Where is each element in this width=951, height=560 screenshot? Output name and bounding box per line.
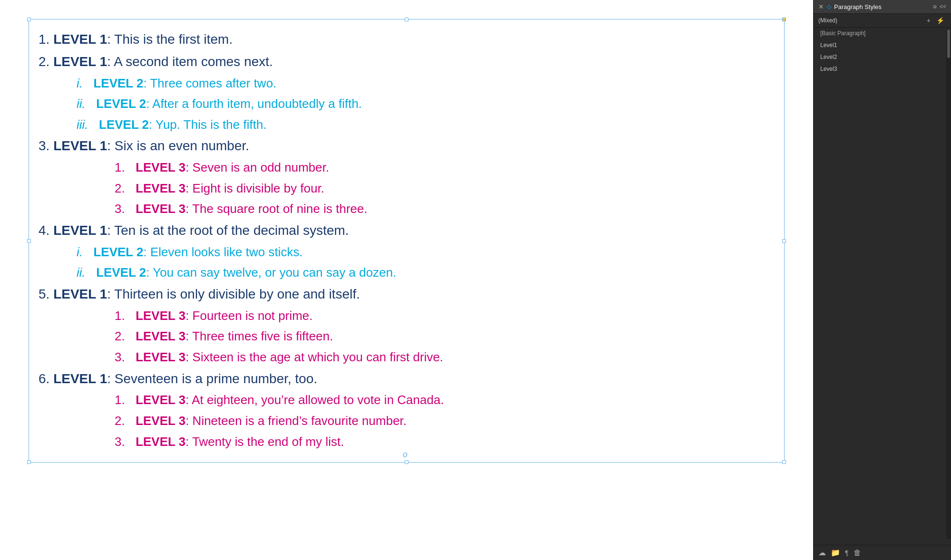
scrollbar-thumb[interactable] — [947, 29, 950, 58]
handle-bot-center[interactable] — [405, 460, 408, 464]
panel-title-left: ✕ ◇ Paragraph Styles — [818, 3, 882, 10]
list-item: 4. LEVEL 1: Ten is at the root of the de… — [39, 220, 770, 241]
handle-bot-left[interactable] — [27, 460, 31, 464]
item-label: LEVEL 2 — [96, 265, 146, 280]
item-text: : You can say twelve, or you can say a d… — [146, 265, 396, 280]
item-number: 4. — [39, 223, 53, 238]
item-label: LEVEL 2 — [93, 245, 143, 259]
item-text: : Seventeen is a prime number, too. — [107, 371, 317, 386]
paragraph-icon[interactable]: ¶ — [845, 549, 849, 557]
text-block: 1. LEVEL 1: This is the first item. 2. L… — [29, 19, 785, 463]
style-item-label: Level2 — [820, 54, 837, 60]
item-label: LEVEL 1 — [53, 32, 107, 47]
item-number: 6. — [39, 371, 53, 386]
list-item: 5. LEVEL 1: Thirteen is only divisible b… — [39, 284, 770, 305]
item-numeral: 1. — [115, 160, 132, 174]
item-label: LEVEL 3 — [136, 414, 185, 428]
list-content: 1. LEVEL 1: This is the first item. 2. L… — [39, 29, 770, 452]
handle-mid-left[interactable] — [27, 239, 31, 243]
delete-icon[interactable]: 🗑 — [854, 549, 861, 557]
list-item: 2. LEVEL 3: Nineteen is a friend’s favou… — [39, 411, 770, 431]
paragraph-styles-panel: ✕ ◇ Paragraph Styles ≡ << (Mixed) + ⚡ [B… — [813, 0, 951, 560]
item-text: : Fourteen is not prime. — [185, 309, 312, 323]
overflow-marker: o — [403, 450, 408, 460]
item-text: : Thirteen is only divisible by one and … — [107, 287, 360, 301]
item-numeral: 2. — [115, 414, 132, 428]
item-text: : Eleven looks like two sticks. — [143, 245, 302, 259]
list-item: ii. LEVEL 2: You can say twelve, or you … — [39, 263, 770, 283]
item-numeral: i. — [77, 76, 89, 90]
style-item-level3[interactable]: Level3 — [814, 63, 951, 75]
list-item: 1. LEVEL 3: Seven is an odd number. — [39, 158, 770, 178]
list-item: 1. LEVEL 3: Fourteen is not prime. — [39, 306, 770, 326]
item-text: : At eighteen, you’re allowed to vote in… — [185, 393, 444, 407]
list-item: 2. LEVEL 3: Three times five is fifteen. — [39, 327, 770, 347]
panel-collapse-icon[interactable]: ◇ — [827, 3, 831, 10]
item-label: LEVEL 3 — [136, 160, 185, 174]
item-label: LEVEL 3 — [136, 393, 185, 407]
item-text: : Three times five is fifteen. — [185, 329, 333, 343]
handle-top-right[interactable] — [782, 18, 786, 21]
list-item: 1. LEVEL 1: This is the first item. — [39, 29, 770, 50]
panel-menu-icon[interactable]: ≡ — [933, 3, 937, 10]
item-label: LEVEL 1 — [53, 54, 107, 69]
handle-top-left[interactable] — [27, 18, 31, 21]
list-item: 6. LEVEL 1: Seventeen is a prime number,… — [39, 368, 770, 390]
item-text: : Seven is an odd number. — [185, 160, 329, 174]
item-text: : Sixteen is the age at which you can fi… — [185, 350, 443, 364]
item-label: LEVEL 1 — [53, 371, 107, 386]
scrollbar[interactable] — [946, 29, 951, 539]
panel-title: Paragraph Styles — [834, 3, 882, 10]
list-item: 3. LEVEL 3: Sixteen is the age at which … — [39, 348, 770, 367]
lightning-button[interactable]: ⚡ — [934, 16, 946, 25]
item-numeral: 3. — [115, 434, 132, 449]
add-style-button[interactable]: + — [925, 16, 932, 25]
item-numeral: ii. — [77, 97, 92, 111]
item-text: : A second item comes next. — [107, 54, 273, 69]
item-numeral: ii. — [77, 265, 92, 280]
list-item: 3. LEVEL 3: The square root of nine is t… — [39, 199, 770, 219]
style-item-level2[interactable]: Level2 — [814, 51, 951, 63]
item-label: LEVEL 3 — [136, 434, 185, 449]
item-text: : Twenty is the end of my list. — [185, 434, 344, 449]
handle-bot-right[interactable] — [782, 460, 786, 464]
item-numeral: 3. — [115, 202, 132, 216]
item-text: : The square root of nine is three. — [185, 202, 368, 216]
item-numeral: i. — [77, 245, 89, 259]
item-numeral: iii. — [77, 117, 95, 132]
style-item-basic-paragraph[interactable]: [Basic Paragraph] — [814, 28, 951, 39]
style-item-label: Level3 — [820, 66, 837, 72]
cloud-icon[interactable]: ☁ — [818, 548, 826, 557]
list-item: 3. LEVEL 1: Six is an even number. — [39, 135, 770, 157]
item-text: : Nineteen is a friend’s favourite numbe… — [185, 414, 407, 428]
panel-double-arrow-icon[interactable]: << — [940, 3, 946, 10]
item-label: LEVEL 3 — [136, 309, 185, 323]
item-label: LEVEL 1 — [53, 138, 107, 153]
style-item-label: Level1 — [820, 42, 837, 48]
list-item: 2. LEVEL 1: A second item comes next. — [39, 51, 770, 73]
list-item: ii. LEVEL 2: After a fourth item, undoub… — [39, 94, 770, 114]
item-numeral: 2. — [115, 329, 132, 343]
item-number: 1. — [39, 32, 53, 47]
item-text: : This is the first item. — [107, 32, 233, 47]
item-text: : After a fourth item, undoubtedly a fif… — [146, 97, 362, 111]
item-label: LEVEL 1 — [53, 223, 107, 238]
item-numeral: 2. — [115, 181, 132, 195]
item-label: LEVEL 2 — [99, 117, 149, 132]
panel-footer: ☁ 📁 ¶ 🗑 — [814, 545, 951, 560]
panel-title-bar: ✕ ◇ Paragraph Styles ≡ << — [814, 0, 951, 14]
item-label: LEVEL 2 — [96, 97, 146, 111]
item-label: LEVEL 3 — [136, 181, 185, 195]
folder-icon[interactable]: 📁 — [831, 548, 840, 557]
styles-list: [Basic Paragraph] Level1 Level2 Level3 — [814, 28, 951, 545]
style-item-level1[interactable]: Level1 — [814, 39, 951, 51]
handle-mid-right[interactable] — [782, 239, 786, 243]
mixed-label: (Mixed) — [818, 17, 923, 24]
panel-close-button[interactable]: ✕ — [818, 3, 824, 10]
handle-top-center[interactable] — [405, 18, 408, 21]
item-text: : Three comes after two. — [143, 76, 276, 90]
list-item: 1. LEVEL 3: At eighteen, you’re allowed … — [39, 390, 770, 410]
item-text: : Six is an even number. — [107, 138, 249, 153]
item-label: LEVEL 2 — [93, 76, 143, 90]
panel-toolbar: (Mixed) + ⚡ — [814, 14, 951, 28]
